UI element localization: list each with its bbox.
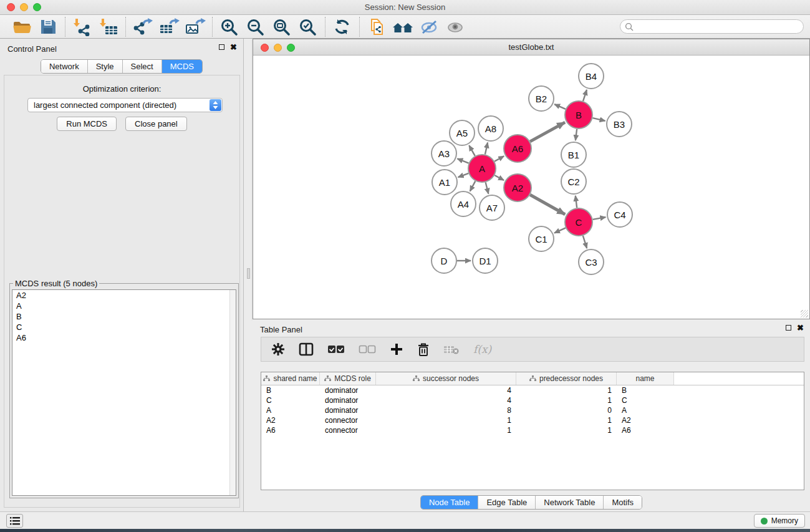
desktop-background-strip	[0, 529, 810, 532]
edge-C-C1[interactable]	[554, 228, 566, 233]
mcds-result-item[interactable]: B	[12, 311, 236, 322]
delete-column-icon[interactable]	[417, 342, 430, 357]
mcds-result-item[interactable]: A6	[12, 332, 236, 343]
table-cell: A2	[261, 415, 320, 425]
edge-A-A4[interactable]	[470, 181, 476, 191]
edge-A-A5[interactable]	[469, 145, 475, 156]
table-row[interactable]: Adominator80A	[261, 405, 804, 415]
import-table-icon[interactable]	[97, 17, 120, 37]
add-column-icon[interactable]	[390, 342, 403, 356]
edge-A-A3[interactable]	[457, 158, 468, 163]
edge-B-B3[interactable]	[592, 118, 605, 121]
column-header-successor-nodes[interactable]: successor nodes	[376, 372, 516, 385]
memory-label: Memory	[771, 516, 798, 525]
network-window-title: testGlobe.txt	[253, 42, 809, 52]
network-canvas[interactable]: AA1A2A3A4A5A6A7A8BB1B2B3B4CC1C2C3C4DD1	[254, 56, 809, 319]
table-cell: A	[261, 405, 320, 415]
table-cell: 4	[376, 385, 516, 395]
column-header-shared-name[interactable]: shared name	[261, 372, 320, 385]
table-cell: 1	[516, 415, 617, 425]
table-cell: A6	[261, 425, 320, 435]
tab-style[interactable]: Style	[87, 60, 122, 73]
tab-select[interactable]: Select	[122, 60, 162, 73]
export-network-icon[interactable]	[132, 17, 154, 37]
zoom-fit-icon[interactable]	[271, 17, 293, 37]
vertical-splitter-handle[interactable]	[247, 268, 250, 279]
edge-A-A6[interactable]	[494, 156, 504, 162]
mcds-tab-content: Optimization criterion: largest connecte…	[4, 75, 240, 508]
mcds-result-item[interactable]: C	[12, 322, 236, 332]
split-columns-icon[interactable]	[299, 342, 314, 356]
network-window-titlebar[interactable]: testGlobe.txt	[253, 39, 809, 56]
save-session-icon[interactable]	[37, 17, 59, 37]
tab-motifs[interactable]: Motifs	[603, 496, 642, 509]
window-resize-grip[interactable]	[801, 310, 808, 317]
table-cell: A	[617, 405, 674, 415]
edge-C-C2[interactable]	[576, 196, 577, 208]
mcds-result-item[interactable]: A2	[12, 290, 236, 301]
import-network-icon[interactable]	[71, 17, 94, 37]
memory-status-dot-icon	[761, 518, 768, 525]
select-all-columns-icon[interactable]	[327, 345, 345, 354]
close-panel-button[interactable]: Close panel	[125, 117, 187, 131]
edge-A2-C[interactable]	[530, 195, 565, 215]
edge-A-A7[interactable]	[486, 182, 489, 193]
hide-eye-icon[interactable]	[418, 17, 440, 37]
tab-mcds[interactable]: MCDS	[162, 60, 202, 73]
table-header-row: shared nameMCDS rolesuccessor nodesprede…	[261, 372, 804, 385]
zoom-in-icon[interactable]	[218, 17, 241, 37]
float-table-panel-icon[interactable]	[786, 325, 791, 331]
tab-network-table[interactable]: Network Table	[535, 496, 603, 509]
search-field[interactable]	[620, 19, 804, 34]
edge-A6-B[interactable]	[530, 122, 565, 142]
edge-A-A2[interactable]	[494, 175, 504, 180]
node-table[interactable]: shared nameMCDS rolesuccessor nodesprede…	[261, 372, 804, 490]
edge-A-A1[interactable]	[458, 173, 469, 177]
table-cell: 1	[516, 425, 617, 435]
search-input[interactable]	[634, 22, 803, 31]
table-cell: C	[261, 395, 320, 405]
memory-button[interactable]: Memory	[754, 514, 805, 528]
column-header-predecessor-nodes[interactable]: predecessor nodes	[516, 372, 617, 385]
optimization-criterion-select[interactable]: largest connected component (directed)	[27, 98, 223, 112]
table-row[interactable]: Bdominator41B	[261, 385, 804, 395]
table-row[interactable]: A6connector11A6	[261, 425, 804, 435]
zoom-out-icon[interactable]	[244, 17, 267, 37]
zoom-selected-icon[interactable]	[297, 17, 319, 37]
column-header-name[interactable]: name	[617, 372, 674, 385]
table-row[interactable]: Cdominator41C	[261, 395, 804, 405]
table-row[interactable]: A2connector11A2	[261, 415, 804, 425]
close-table-panel-icon[interactable]: ✖	[797, 324, 804, 331]
table-cell: 4	[376, 395, 516, 405]
task-history-list-icon[interactable]	[6, 514, 23, 528]
table-cell: 8	[376, 405, 516, 415]
edge-B-B2[interactable]	[554, 104, 566, 109]
unselect-all-columns-icon[interactable]	[359, 345, 376, 354]
table-settings-gear-icon[interactable]	[271, 342, 285, 356]
mcds-result-list[interactable]: A2ABCA6	[12, 289, 236, 496]
tab-edge-table[interactable]: Edge Table	[478, 496, 535, 509]
show-eye-icon[interactable]	[444, 17, 466, 37]
home-networks-icon[interactable]	[392, 17, 414, 37]
duplicate-network-icon[interactable]	[365, 17, 388, 37]
mcds-result-title: MCDS result (5 nodes)	[13, 279, 99, 288]
result-list-scrollbar[interactable]	[229, 290, 236, 495]
refresh-icon[interactable]	[331, 17, 354, 37]
mcds-result-item[interactable]: A	[12, 301, 236, 311]
table-cell: connector	[320, 425, 376, 435]
float-panel-icon[interactable]	[219, 44, 224, 50]
edge-C-C4[interactable]	[593, 217, 606, 220]
edge-C-C3[interactable]	[583, 236, 587, 248]
export-table-icon[interactable]	[158, 17, 180, 37]
tab-node-table[interactable]: Node Table	[421, 496, 478, 509]
edge-B-B1[interactable]	[576, 129, 577, 140]
edge-A-A8[interactable]	[485, 142, 488, 154]
run-mcds-button[interactable]: Run MCDS	[57, 117, 117, 131]
export-image-icon[interactable]	[184, 17, 206, 37]
column-header-MCDS-role[interactable]: MCDS role	[320, 372, 376, 385]
edge-B-B4[interactable]	[583, 90, 587, 101]
node-label-C1: C1	[535, 234, 547, 244]
tab-network[interactable]: Network	[41, 60, 87, 73]
close-panel-icon[interactable]: ✖	[230, 44, 237, 51]
open-session-icon[interactable]	[11, 17, 33, 37]
